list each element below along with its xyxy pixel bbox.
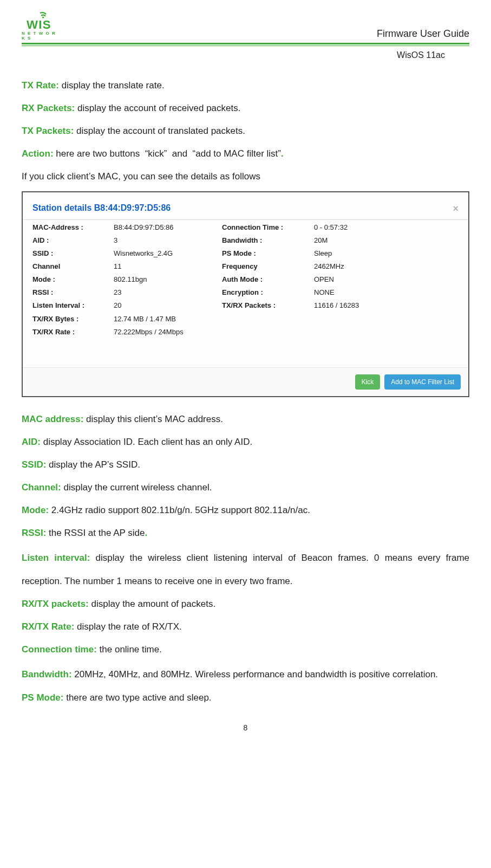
label-txrxpkts: TX/RX Packets : bbox=[222, 301, 314, 309]
label-authmode: Auth Mode : bbox=[222, 275, 314, 283]
svg-text:I: I bbox=[38, 18, 42, 31]
term: TX Packets: bbox=[22, 126, 74, 136]
desc: display the AP’s SSID. bbox=[46, 459, 140, 470]
val-mac: B8:44:D9:97:D5:86 bbox=[114, 223, 222, 231]
close-icon[interactable]: × bbox=[453, 203, 459, 215]
term: Action: bbox=[22, 148, 54, 159]
def-tx-rate: TX Rate: display the translate rate. bbox=[22, 76, 469, 95]
click-mac-line: If you click client’s MAC, you can see t… bbox=[22, 167, 469, 186]
desc: display the current wireless channel. bbox=[61, 482, 212, 493]
label-listen: Listen Interval : bbox=[32, 301, 114, 309]
doc-title: Firmware User Guide bbox=[377, 28, 469, 40]
def-rxtx-rate: RX/TX Rate: display the rate of RX/TX. bbox=[22, 618, 469, 636]
term: RX/TX packets: bbox=[22, 599, 89, 609]
val-mode: 802.11bgn bbox=[114, 275, 222, 283]
term: TX Rate: bbox=[22, 80, 59, 90]
label-ssid: SSID : bbox=[32, 249, 114, 257]
def-aid: AID: display Association ID. Each client… bbox=[22, 433, 469, 451]
desc: display the account of translated packet… bbox=[74, 126, 245, 136]
label-txrxbytes: TX/RX Bytes : bbox=[32, 315, 114, 323]
label-bandwidth: Bandwidth : bbox=[222, 236, 314, 244]
desc: display the translate rate. bbox=[59, 80, 165, 90]
def-rx-packets: RX Packets: display the account of recei… bbox=[22, 99, 469, 118]
add-mac-filter-button[interactable]: Add to MAC Filter List bbox=[384, 374, 461, 390]
header-rule-thick bbox=[22, 43, 469, 44]
label-encryption: Encryption : bbox=[222, 288, 314, 296]
val-aid: 3 bbox=[114, 236, 222, 244]
term: AID: bbox=[22, 437, 41, 447]
term: MAC address: bbox=[22, 414, 83, 424]
def-action: Action: here are two buttons “kick” and … bbox=[22, 145, 469, 163]
modal-footer: Kick Add to MAC Filter List bbox=[23, 367, 468, 396]
def-tx-packets: TX Packets: display the account of trans… bbox=[22, 122, 469, 140]
dot: . bbox=[281, 148, 284, 159]
label-mode: Mode : bbox=[32, 275, 114, 283]
brand-logo: W I S N E T W O R K S bbox=[22, 11, 60, 41]
def-mac-address: MAC address: display this client’s MAC a… bbox=[22, 410, 469, 429]
label-rssi: RSSI : bbox=[32, 288, 114, 296]
detail-extra-rows: TX/RX Bytes :12.74 MB / 1.47 MB TX/RX Ra… bbox=[23, 315, 468, 346]
def-mode: Mode: 2.4GHz radio support 802.11b/g/n. … bbox=[22, 501, 469, 520]
desc: there are two type active and sleep. bbox=[63, 692, 211, 703]
val-encryption: NONE bbox=[314, 288, 459, 296]
def-connection-time: Connection time: the online time. bbox=[22, 640, 469, 659]
term: Channel: bbox=[22, 482, 61, 493]
desc: the RSSI at the AP side bbox=[46, 528, 145, 538]
desc: display this client’s MAC address. bbox=[83, 414, 223, 424]
label-channel: Channel bbox=[32, 262, 114, 270]
dot: . bbox=[145, 528, 147, 538]
def-rssi: RSSI: the RSSI at the AP side. bbox=[22, 524, 469, 542]
header-rule-thin bbox=[22, 46, 469, 46]
brand-subtext: N E T W O R K S bbox=[22, 31, 60, 41]
desc: display the rate of RX/TX. bbox=[74, 621, 181, 632]
label-mac: MAC-Address : bbox=[32, 223, 114, 231]
desc: the online time. bbox=[97, 644, 162, 655]
doc-subtitle: WisOS 11ac bbox=[22, 50, 469, 60]
desc: 2.4GHz radio support 802.11b/g/n. 5GHz s… bbox=[49, 505, 310, 515]
def-listen-interval: Listen interval: display the wireless cl… bbox=[22, 547, 469, 593]
def-channel: Channel: display the current wireless ch… bbox=[22, 478, 469, 497]
modal-title: Station details B8:44:D9:97:D5:86 × bbox=[23, 196, 468, 219]
svg-text:W: W bbox=[27, 18, 38, 31]
val-psmode: Sleep bbox=[314, 249, 459, 257]
term: SSID: bbox=[22, 459, 46, 470]
def-ps-mode: PS Mode: there are two type active and s… bbox=[22, 689, 469, 707]
val-ssid: Wisnetworks_2.4G bbox=[114, 249, 222, 257]
label-txrxrate: TX/RX Rate : bbox=[32, 328, 114, 336]
val-bandwidth: 20M bbox=[314, 236, 459, 244]
desc: 20MHz, 40MHz, and 80MHz. Wireless perfor… bbox=[72, 669, 438, 679]
term: Mode: bbox=[22, 505, 49, 515]
term: Bandwidth: bbox=[22, 669, 72, 679]
term: RX Packets: bbox=[22, 103, 75, 113]
desc: display the amount of packets. bbox=[89, 599, 215, 609]
term: RSSI: bbox=[22, 528, 46, 538]
page-header: W I S N E T W O R K S Firmware User Guid… bbox=[22, 11, 469, 41]
val-conntime: 0 - 0:57:32 bbox=[314, 223, 459, 231]
val-listen: 20 bbox=[114, 301, 222, 309]
term: RX/TX Rate: bbox=[22, 621, 74, 632]
term: PS Mode: bbox=[22, 692, 63, 703]
def-rxtx-packets: RX/TX packets: display the amount of pac… bbox=[22, 595, 469, 613]
modal-title-mac: B8:44:D9:97:D5:86 bbox=[94, 203, 171, 212]
desc: display the account of received packets. bbox=[75, 103, 240, 113]
term: Listen interval: bbox=[22, 553, 90, 563]
def-ssid: SSID: display the AP’s SSID. bbox=[22, 456, 469, 474]
label-conntime: Connection Time : bbox=[222, 223, 314, 231]
val-txrxbytes: 12.74 MB / 1.47 MB bbox=[114, 315, 459, 323]
term: Connection time: bbox=[22, 644, 97, 655]
val-frequency: 2462MHz bbox=[314, 262, 459, 270]
page-number: 8 bbox=[22, 723, 469, 732]
label-psmode: PS Mode : bbox=[222, 249, 314, 257]
wis-logo-icon: W I S bbox=[24, 11, 57, 32]
svg-text:S: S bbox=[43, 18, 51, 31]
val-rssi: 23 bbox=[114, 288, 222, 296]
desc: here are two buttons “kick” and “add to … bbox=[54, 148, 281, 159]
modal-title-prefix: Station details bbox=[32, 203, 94, 212]
val-txrxrate: 72.222Mbps / 24Mbps bbox=[114, 328, 459, 336]
kick-button[interactable]: Kick bbox=[355, 374, 381, 390]
val-authmode: OPEN bbox=[314, 275, 459, 283]
val-txrxpkts: 11616 / 16283 bbox=[314, 301, 459, 309]
def-bandwidth: Bandwidth: 20MHz, 40MHz, and 80MHz. Wire… bbox=[22, 663, 469, 686]
detail-grid: MAC-Address :B8:44:D9:97:D5:86Connection… bbox=[23, 220, 468, 315]
label-frequency: Frequency bbox=[222, 262, 314, 270]
